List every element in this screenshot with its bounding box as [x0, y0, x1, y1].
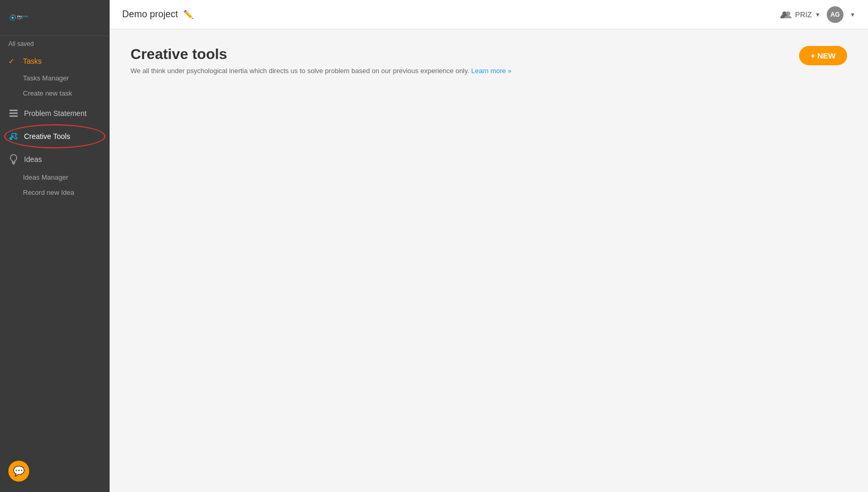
svg-rect-11 — [9, 113, 18, 114]
sidebar-nav: ✓ Tasks Tasks Manager Create new task Pr… — [0, 52, 110, 492]
svg-rect-12 — [9, 115, 18, 117]
user-group-icon — [780, 10, 792, 19]
topbar: Demo project ✏️ PRIZ ▼ AG ▼ — [110, 0, 868, 29]
nav-section-creative-tools: Creative Tools — [0, 126, 110, 147]
sidebar-item-creative-tools-label: Creative Tools — [24, 132, 70, 140]
nav-section-tasks: ✓ Tasks Tasks Manager Create new task — [0, 52, 110, 101]
sidebar-item-problem-statement[interactable]: Problem Statement — [0, 103, 110, 124]
svg-point-6 — [15, 17, 16, 18]
sidebar-item-create-task[interactable]: Create new task — [23, 86, 110, 101]
content-title-area: Creative tools We all think under psycho… — [130, 46, 512, 75]
content-area: Creative tools We all think under psycho… — [110, 29, 868, 492]
svg-text:GURU: GURU — [17, 18, 22, 20]
svg-point-2 — [12, 17, 13, 18]
ideas-subitems: Ideas Manager Record new Idea — [0, 170, 110, 200]
page-title: Creative tools — [130, 46, 512, 63]
check-icon: ✓ — [8, 57, 18, 65]
sidebar-item-tasks-label: Tasks — [23, 57, 42, 65]
sidebar-item-problem-label: Problem Statement — [24, 109, 87, 118]
svg-point-3 — [12, 14, 13, 15]
user-area[interactable]: PRIZ ▼ — [780, 10, 821, 19]
sidebar-item-tasks-manager[interactable]: Tasks Manager — [23, 71, 110, 86]
main-content: Demo project ✏️ PRIZ ▼ AG ▼ — [110, 0, 868, 492]
nav-section-problem: Problem Statement — [0, 103, 110, 124]
sidebar-item-tasks[interactable]: ✓ Tasks — [0, 52, 110, 71]
user-dropdown-arrow: ▼ — [815, 11, 821, 18]
logo-area: PRIZ. GURU GURU — [0, 0, 110, 36]
sidebar-item-ideas[interactable]: Ideas — [0, 149, 110, 170]
project-title: Demo project — [122, 9, 178, 20]
page-description: We all think under psychological inertia… — [130, 67, 512, 75]
tasks-subitems: Tasks Manager Create new task — [0, 71, 110, 101]
svg-rect-10 — [9, 110, 18, 111]
sidebar-item-creative-tools[interactable]: Creative Tools — [0, 126, 110, 147]
avatar[interactable]: AG — [827, 6, 843, 23]
avatar-dropdown-arrow[interactable]: ▼ — [850, 11, 855, 18]
sidebar: PRIZ. GURU GURU All saved ✓ Tasks Tasks … — [0, 0, 110, 492]
learn-more-link[interactable]: Learn more » — [471, 67, 512, 75]
nav-section-ideas: Ideas Ideas Manager Record new Idea — [0, 149, 110, 200]
svg-text:GURU: GURU — [22, 15, 28, 18]
svg-point-5 — [15, 16, 15, 16]
edit-icon[interactable]: ✏️ — [183, 9, 194, 19]
new-button[interactable]: + NEW — [799, 46, 847, 65]
sidebar-item-record-idea[interactable]: Record new Idea — [23, 185, 110, 200]
chat-icon: 💬 — [13, 465, 25, 477]
content-header: Creative tools We all think under psycho… — [130, 46, 847, 75]
project-title-area: Demo project ✏️ — [122, 9, 194, 20]
topbar-right: PRIZ ▼ AG ▼ — [780, 6, 855, 23]
svg-text:PRIZ.: PRIZ. — [17, 15, 22, 18]
sidebar-item-ideas-label: Ideas — [24, 155, 42, 163]
user-label: PRIZ — [795, 10, 812, 19]
chat-button[interactable]: 💬 — [8, 461, 29, 482]
sidebar-item-ideas-manager[interactable]: Ideas Manager — [23, 170, 110, 185]
bulb-icon — [8, 154, 19, 165]
lines-icon — [8, 108, 19, 119]
svg-point-4 — [14, 15, 14, 15]
all-saved-label: All saved — [0, 36, 110, 52]
wrench-icon — [8, 131, 19, 142]
logo-icon: PRIZ. GURU GURU — [8, 6, 31, 29]
